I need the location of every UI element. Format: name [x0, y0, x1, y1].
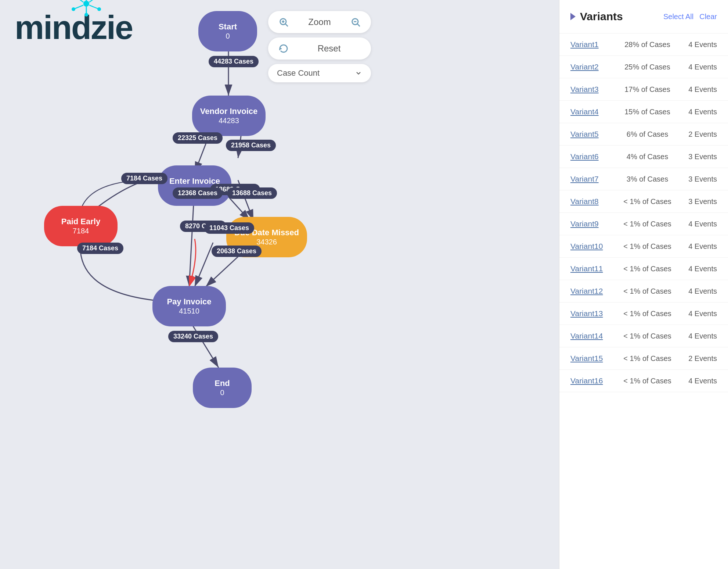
variant-row: Variant2 25% of Cases 4 Events — [559, 56, 728, 78]
variant-name[interactable]: Variant13 — [570, 309, 618, 318]
variant-name[interactable]: Variant14 — [570, 332, 618, 340]
variant-events: 3 Events — [677, 153, 717, 161]
variants-header: Variants Select All Clear — [559, 0, 728, 33]
variant-events: 4 Events — [677, 220, 717, 228]
variant-name[interactable]: Variant3 — [570, 85, 618, 94]
clear-button[interactable]: Clear — [699, 12, 717, 21]
variant-name[interactable]: Variant2 — [570, 62, 618, 71]
zoom-label: Zoom — [308, 17, 331, 27]
variant-pct: < 1% of Cases — [622, 265, 673, 273]
variant-name[interactable]: Variant6 — [570, 152, 618, 161]
svg-point-12 — [97, 7, 101, 11]
variant-name[interactable]: Variant1 — [570, 40, 618, 49]
variant-row: Variant9 < 1% of Cases 4 Events — [559, 213, 728, 235]
variant-events: 2 Events — [677, 130, 717, 139]
chevron-down-icon — [355, 69, 362, 77]
edge-label-8270: 8270 Cases — [180, 221, 226, 232]
variant-pct: 4% of Cases — [622, 153, 673, 161]
variant-pct: < 1% of Cases — [622, 309, 673, 318]
variant-pct: < 1% of Cases — [622, 242, 673, 251]
variant-name[interactable]: Variant4 — [570, 107, 618, 116]
toolbar: Zoom Reset Case Count — [268, 11, 371, 82]
variant-name[interactable]: Variant8 — [570, 197, 618, 206]
variant-pct: 28% of Cases — [622, 40, 673, 49]
variant-name[interactable]: Variant12 — [570, 287, 618, 296]
select-all-button[interactable]: Select All — [663, 12, 693, 21]
variant-name[interactable]: Variant10 — [570, 242, 618, 251]
logo: mindzie — [15, 11, 169, 44]
node-start[interactable]: Start 0 — [198, 11, 257, 51]
variant-row: Variant1 28% of Cases 4 Events — [559, 33, 728, 56]
variant-row: Variant16 < 1% of Cases 4 Events — [559, 370, 728, 392]
svg-line-4 — [89, 0, 97, 2]
variant-events: 3 Events — [677, 175, 717, 183]
variants-list: Variant1 28% of Cases 4 Events Variant2 … — [559, 33, 728, 392]
reset-control[interactable]: Reset — [268, 37, 371, 60]
variant-row: Variant10 < 1% of Cases 4 Events — [559, 235, 728, 258]
variant-row: Variant6 4% of Cases 3 Events — [559, 146, 728, 168]
variant-row: Variant12 < 1% of Cases 4 Events — [559, 280, 728, 303]
variant-row: Variant5 6% of Cases 2 Events — [559, 123, 728, 146]
variant-row: Variant8 < 1% of Cases 3 Events — [559, 190, 728, 213]
zoom-out-icon[interactable] — [349, 15, 362, 29]
variant-row: Variant13 < 1% of Cases 4 Events — [559, 303, 728, 325]
node-paid-early[interactable]: Paid Early 7184 — [44, 206, 118, 246]
variant-name[interactable]: Variant9 — [570, 219, 618, 228]
reset-icon[interactable] — [277, 42, 290, 55]
variant-events: 4 Events — [677, 40, 717, 49]
variant-name[interactable]: Variant7 — [570, 175, 618, 183]
logo-icon — [64, 0, 108, 18]
dropdown-label: Case Count — [277, 68, 320, 78]
variant-events: 3 Events — [677, 197, 717, 206]
variant-events: 2 Events — [677, 354, 717, 363]
variant-events: 4 Events — [677, 108, 717, 116]
variant-events: 4 Events — [677, 63, 717, 71]
svg-line-28 — [189, 320, 219, 368]
node-pay-invoice[interactable]: Pay Invoice 41510 — [152, 286, 226, 326]
variant-events: 4 Events — [677, 332, 717, 340]
variant-events: 4 Events — [677, 242, 717, 251]
variant-pct: < 1% of Cases — [622, 377, 673, 385]
variant-row: Variant7 3% of Cases 3 Events — [559, 168, 728, 190]
variant-pct: < 1% of Cases — [622, 332, 673, 340]
variants-collapse-icon[interactable] — [570, 13, 576, 20]
flow-panel: mindzie Zoom — [0, 0, 559, 569]
svg-line-3 — [75, 0, 83, 2]
svg-line-27 — [195, 243, 213, 287]
node-enter-invoice[interactable]: Enter Invoice 44283 — [158, 165, 231, 206]
case-count-dropdown[interactable]: Case Count — [268, 64, 371, 82]
flow-edges — [0, 0, 559, 569]
node-vendor-invoice[interactable]: Vendor Invoice 44283 — [192, 96, 266, 136]
variant-row: Variant11 < 1% of Cases 4 Events — [559, 258, 728, 280]
edge-label-33240: 33240 Cases — [168, 331, 218, 342]
variant-name[interactable]: Variant16 — [570, 376, 618, 385]
variant-events: 4 Events — [677, 309, 717, 318]
variant-pct: 25% of Cases — [622, 63, 673, 71]
node-due-date-missed[interactable]: Due Date Missed 34326 — [226, 217, 307, 257]
variant-pct: < 1% of Cases — [622, 197, 673, 206]
variant-pct: < 1% of Cases — [622, 220, 673, 228]
variant-row: Variant14 < 1% of Cases 4 Events — [559, 325, 728, 347]
variant-pct: < 1% of Cases — [622, 287, 673, 296]
edge-label-44283: 44283 Cases — [209, 56, 259, 67]
edge-label-13688-b: 13688 Cases — [227, 187, 277, 199]
svg-point-0 — [83, 1, 89, 7]
variant-events: 4 Events — [677, 287, 717, 296]
node-end[interactable]: End 0 — [193, 368, 252, 408]
variant-name[interactable]: Variant5 — [570, 130, 618, 139]
variant-pct: 17% of Cases — [622, 85, 673, 94]
zoom-in-icon[interactable] — [277, 15, 290, 29]
variants-panel: Variants Select All Clear Variant1 28% o… — [559, 0, 728, 569]
variant-row: Variant3 17% of Cases 4 Events — [559, 78, 728, 101]
variant-events: 4 Events — [677, 85, 717, 94]
edge-label-21958: 21958 Cases — [226, 140, 276, 151]
zoom-control[interactable]: Zoom — [268, 11, 371, 33]
svg-point-11 — [72, 7, 75, 11]
variants-actions: Select All Clear — [663, 12, 717, 21]
svg-line-18 — [357, 24, 360, 26]
variant-events: 4 Events — [677, 377, 717, 385]
variant-name[interactable]: Variant11 — [570, 264, 618, 273]
variant-name[interactable]: Variant15 — [570, 354, 618, 363]
variant-pct: < 1% of Cases — [622, 354, 673, 363]
variant-row: Variant4 15% of Cases 4 Events — [559, 101, 728, 123]
